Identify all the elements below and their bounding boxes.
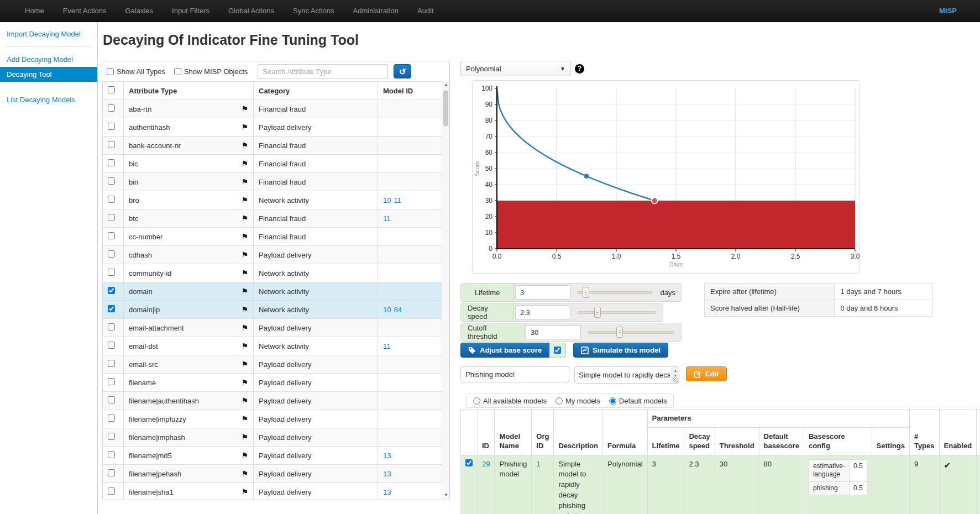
model-name-input[interactable] [460, 366, 569, 382]
attribute-checkbox[interactable] [108, 196, 115, 203]
lifetime-input[interactable] [515, 285, 570, 300]
attribute-checkbox[interactable] [108, 269, 115, 276]
attribute-checkbox[interactable] [108, 123, 115, 130]
attribute-checkbox[interactable] [108, 159, 115, 166]
flag-icon[interactable]: ⚑ [241, 488, 248, 496]
flag-icon[interactable]: ⚑ [241, 105, 248, 113]
flag-icon[interactable]: ⚑ [241, 269, 248, 277]
help-icon[interactable]: ? [575, 64, 584, 74]
model-id-link-11[interactable]: 11 [383, 214, 391, 223]
lifetime-slider[interactable] [577, 287, 653, 298]
flag-icon[interactable]: ⚑ [241, 233, 248, 240]
model-id-link-11[interactable]: 11 [383, 342, 391, 350]
cutoff-threshold-slider[interactable] [588, 327, 674, 338]
model-id-link-11[interactable]: 11 [394, 196, 401, 204]
model-id-link-10[interactable]: 10 [383, 196, 391, 204]
attribute-checkbox[interactable] [108, 360, 115, 367]
flag-icon[interactable]: ⚑ [241, 360, 248, 368]
attribute-checkbox[interactable] [108, 487, 115, 495]
nav-item-home[interactable]: Home [15, 0, 54, 22]
scroll-up-arrow[interactable]: ▲ [442, 81, 450, 89]
attribute-checkbox[interactable] [108, 342, 115, 349]
model-id-link-13[interactable]: 13 [383, 488, 391, 496]
my-models-radio[interactable] [555, 397, 563, 405]
flag-icon[interactable]: ⚑ [241, 141, 248, 149]
show-misp-objects-checkbox[interactable] [174, 68, 181, 75]
flag-icon[interactable]: ⚑ [241, 415, 248, 423]
attribute-checkbox[interactable] [108, 396, 115, 403]
sidebar-item-import-decaying-model[interactable]: Import Decaying Model [0, 27, 97, 41]
all-available-models-radio[interactable] [473, 397, 480, 405]
lifetime-slider-handle[interactable] [583, 287, 589, 298]
scroll-down-arrow[interactable]: ▼ [442, 491, 450, 499]
nav-item-audit[interactable]: Audit [408, 0, 443, 22]
adjust-base-score-checkbox[interactable] [554, 347, 561, 354]
nav-item-galaxies[interactable]: Galaxies [116, 0, 163, 22]
adjust-base-score-button[interactable]: Adjust base score [460, 343, 549, 358]
default-models-radio[interactable] [609, 397, 616, 405]
flag-icon[interactable]: ⚑ [241, 397, 248, 405]
attribute-checkbox[interactable] [108, 287, 115, 294]
model-id-link[interactable]: 29 [482, 460, 490, 468]
flag-icon[interactable]: ⚑ [241, 123, 248, 131]
show-misp-objects-toggle[interactable]: Show MISP Objects [174, 67, 248, 76]
attribute-checkbox[interactable] [108, 250, 115, 258]
flag-icon[interactable]: ⚑ [241, 160, 248, 167]
nav-item-input-filters[interactable]: Input Filters [163, 0, 219, 22]
model-id-link-10[interactable]: 10 [383, 306, 391, 314]
attribute-checkbox[interactable] [108, 433, 115, 440]
flag-icon[interactable]: ⚑ [241, 324, 248, 332]
flag-icon[interactable]: ⚑ [241, 287, 248, 295]
nav-item-sync-actions[interactable]: Sync Actions [284, 0, 343, 22]
nav-item-global-actions[interactable]: Global Actions [219, 0, 284, 22]
radio-default-models[interactable]: Default models [609, 397, 667, 405]
flag-icon[interactable]: ⚑ [241, 470, 248, 478]
sidebar-item-add-decaying-model[interactable]: Add Decaying Model [0, 52, 97, 67]
decay-speed-slider-handle[interactable] [594, 307, 601, 318]
flag-icon[interactable]: ⚑ [241, 196, 248, 204]
flag-icon[interactable]: ⚑ [241, 178, 248, 186]
cutoff-threshold-input[interactable] [526, 325, 581, 339]
cutoff-point[interactable] [652, 198, 658, 204]
attribute-checkbox[interactable] [108, 177, 115, 185]
scrollbar-thumb[interactable] [443, 90, 448, 127]
select-all-checkbox[interactable] [108, 86, 115, 93]
sidebar-item-decaying-tool[interactable]: Decaying Tool [0, 67, 97, 82]
decay-chart[interactable]: 01020304050607080901000.00.51.01.52.02.5… [473, 81, 860, 273]
decay-speed-input[interactable] [515, 305, 570, 319]
attribute-checkbox[interactable] [108, 323, 115, 331]
model-id-link-13[interactable]: 13 [383, 470, 391, 478]
attribute-checkbox[interactable] [108, 415, 115, 422]
score-point[interactable] [584, 174, 589, 179]
nav-item-administration[interactable]: Administration [344, 0, 408, 22]
radio-all-available-models[interactable]: All available models [473, 397, 547, 405]
attribute-checkbox[interactable] [108, 451, 115, 458]
sidebar-item-list-decaying-models[interactable]: List Decaying Models [0, 92, 97, 107]
flag-icon[interactable]: ⚑ [241, 342, 248, 350]
resize-grip-icon[interactable] [673, 377, 678, 382]
show-all-types-checkbox[interactable] [107, 68, 114, 75]
search-attribute-input[interactable] [258, 64, 388, 79]
nav-item-event-actions[interactable]: Event Actions [54, 0, 116, 22]
attribute-checkbox[interactable] [108, 104, 115, 112]
radio-my-models[interactable]: My models [555, 397, 600, 405]
model-description-textarea[interactable]: Simple model to rapidly decay ▲▼ [574, 366, 679, 384]
edit-model-button[interactable]: Edit [686, 366, 727, 381]
flag-icon[interactable]: ⚑ [241, 214, 248, 222]
flag-icon[interactable]: ⚑ [241, 379, 248, 386]
flag-icon[interactable]: ⚑ [241, 433, 248, 441]
formula-select[interactable]: Polynomial ▼ [460, 61, 571, 76]
model-id-link-13[interactable]: 13 [383, 452, 391, 460]
model-row-checkbox[interactable] [465, 459, 473, 466]
decay-speed-slider[interactable] [577, 307, 656, 318]
attribute-checkbox[interactable] [108, 305, 115, 312]
attribute-checkbox[interactable] [108, 232, 115, 239]
flag-icon[interactable]: ⚑ [241, 251, 248, 259]
scrollbar[interactable]: ▲ ▼ [442, 81, 449, 499]
attribute-checkbox[interactable] [108, 469, 115, 476]
refresh-button[interactable]: ↺ [394, 64, 411, 78]
org-name[interactable]: MISP [939, 0, 957, 22]
cutoff-threshold-slider-handle[interactable] [616, 327, 623, 338]
model-id-link-84[interactable]: 84 [394, 306, 401, 314]
attribute-checkbox[interactable] [108, 141, 115, 148]
